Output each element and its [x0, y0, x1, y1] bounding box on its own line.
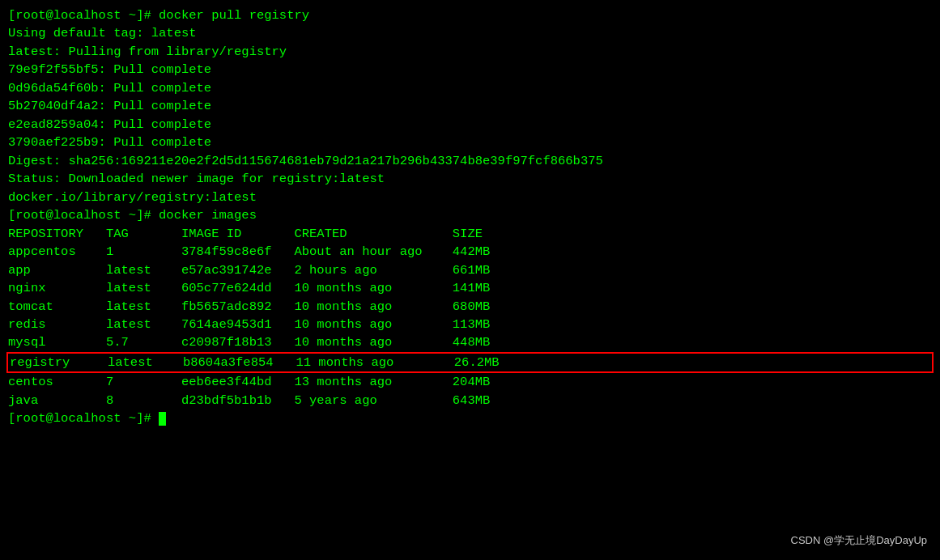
terminal-line: latest: Pulling from library/registry	[8, 43, 932, 61]
terminal-cursor	[159, 412, 166, 426]
terminal-line: e2ead8259a04: Pull complete	[8, 116, 932, 134]
terminal-line: registry latest b8604a3fe854 11 months a…	[6, 352, 934, 373]
terminal-output: [root@localhost ~]# docker pull registry…	[8, 6, 932, 428]
terminal-line: 5b27040df4a2: Pull complete	[8, 97, 932, 115]
terminal-line: tomcat latest fb5657adc892 10 months ago…	[8, 298, 932, 316]
watermark: CSDN @学无止境DayDayUp	[791, 533, 928, 549]
terminal-line: app latest e57ac391742e 2 hours ago 661M…	[8, 261, 932, 279]
terminal-line: [root@localhost ~]#	[8, 409, 932, 427]
terminal-line: [root@localhost ~]# docker images	[8, 206, 932, 224]
terminal-line: redis latest 7614ae9453d1 10 months ago …	[8, 316, 932, 333]
terminal-line: 3790aef225b9: Pull complete	[8, 134, 932, 151]
terminal-line: appcentos 1 3784f59c8e6f About an hour a…	[8, 243, 932, 261]
terminal-line: [root@localhost ~]# docker pull registry	[8, 6, 932, 24]
terminal-line: Using default tag: latest	[8, 24, 932, 42]
terminal-line: docker.io/library/registry:latest	[8, 189, 932, 206]
terminal-window: [root@localhost ~]# docker pull registry…	[0, 0, 940, 560]
terminal-line: centos 7 eeb6ee3f44bd 13 months ago 204M…	[8, 373, 932, 391]
terminal-line: Status: Downloaded newer image for regis…	[8, 170, 932, 188]
terminal-line: 0d96da54f60b: Pull complete	[8, 79, 932, 97]
terminal-line: mysql 5.7 c20987f18b13 10 months ago 448…	[8, 333, 932, 351]
terminal-line: Digest: sha256:169211e20e2f2d5d115674681…	[8, 152, 932, 170]
terminal-line: 79e9f2f55bf5: Pull complete	[8, 61, 932, 78]
terminal-line: nginx latest 605c77e624dd 10 months ago …	[8, 279, 932, 297]
terminal-line: java 8 d23bdf5b1b1b 5 years ago 643MB	[8, 392, 932, 409]
terminal-line: REPOSITORY TAG IMAGE ID CREATED SIZE	[8, 225, 932, 243]
